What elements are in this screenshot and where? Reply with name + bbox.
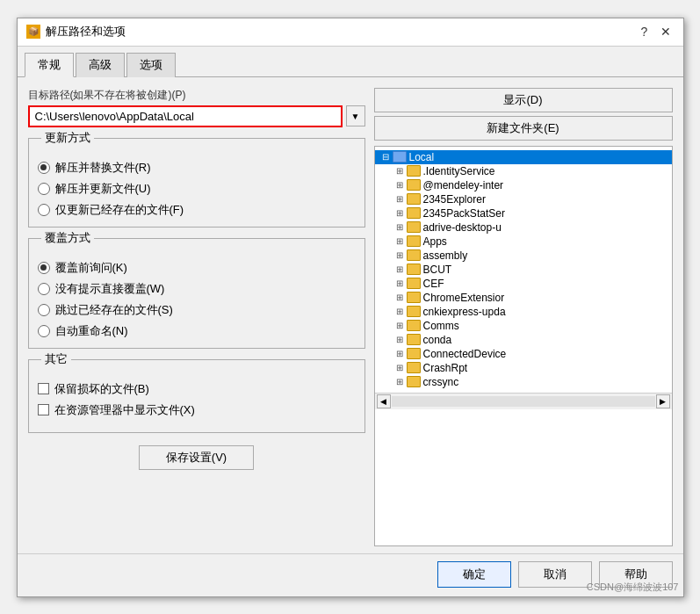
tab-advanced[interactable]: 高级 xyxy=(76,53,125,77)
tree-label-1: .IdentityService xyxy=(423,165,495,177)
radio-overwrite-2[interactable] xyxy=(38,304,50,316)
tree-row-2[interactable]: ⊞ @mendeley-inter xyxy=(375,178,672,192)
close-button[interactable]: ✕ xyxy=(657,23,675,40)
tabs-row: 常规 高级 选项 xyxy=(18,47,683,77)
misc-option-0[interactable]: 保留损坏的文件(B) xyxy=(38,381,356,397)
tree-row-12[interactable]: ⊞ Comms xyxy=(375,319,672,333)
folder-icon-3 xyxy=(407,193,421,205)
expander-12: ⊞ xyxy=(393,321,407,330)
tree-label-16: crssync xyxy=(423,376,459,388)
help-button[interactable]: ? xyxy=(636,23,653,40)
tree-row-9[interactable]: ⊞ CEF xyxy=(375,277,672,291)
overwrite-option-0[interactable]: 覆盖前询问(K) xyxy=(38,260,356,276)
hscroll-right[interactable]: ▶ xyxy=(656,394,670,408)
tab-general[interactable]: 常规 xyxy=(25,53,74,77)
tree-label-4: 2345PackStatSer xyxy=(423,207,505,220)
tree-row-5[interactable]: ⊞ adrive-desktop-u xyxy=(375,220,672,235)
title-controls: ? ✕ xyxy=(636,23,675,40)
radio-update-0[interactable] xyxy=(38,162,50,174)
path-label: 目标路径(如果不存在将被创建)(P) xyxy=(28,88,365,103)
folder-icon-12 xyxy=(407,320,421,331)
folder-icon-10 xyxy=(407,292,421,303)
overwrite-option-3[interactable]: 自动重命名(N) xyxy=(38,323,356,339)
expander-2: ⊞ xyxy=(393,180,407,190)
expander-15: ⊞ xyxy=(393,363,407,372)
radio-overwrite-3[interactable] xyxy=(38,325,50,337)
dialog-title: 解压路径和选项 xyxy=(46,24,126,40)
update-group-title: 更新方式 xyxy=(41,130,94,146)
expander-8: ⊞ xyxy=(393,264,407,274)
title-bar: 📦 解压路径和选项 ? ✕ xyxy=(18,18,683,47)
overwrite-group-title: 覆盖方式 xyxy=(41,230,94,246)
folder-icon-15 xyxy=(407,362,421,373)
radio-overwrite-0[interactable] xyxy=(38,262,50,274)
folder-icon-4 xyxy=(407,207,421,219)
expander-11: ⊞ xyxy=(393,307,407,316)
ok-button[interactable]: 确定 xyxy=(437,561,511,588)
folder-icon-14 xyxy=(407,348,421,359)
tree-label-11: cnkiexpress-upda xyxy=(423,306,506,318)
expander-0: ⊟ xyxy=(379,152,393,162)
overwrite-option-3-label: 自动重命名(N) xyxy=(55,323,128,339)
cancel-button[interactable]: 取消 xyxy=(518,561,592,588)
new-folder-button[interactable]: 新建文件夹(E) xyxy=(374,116,673,141)
checkbox-misc-0[interactable] xyxy=(38,383,49,394)
misc-option-1[interactable]: 在资源管理器中显示文件(X) xyxy=(38,402,356,418)
tab-options[interactable]: 选项 xyxy=(126,53,176,77)
tree-label-10: ChromeExtensior xyxy=(423,292,505,304)
tree-row-0[interactable]: ⊟ Local xyxy=(375,150,672,164)
update-group: 更新方式 解压并替换文件(R) 解压并更新文件(U) 仅更新已经存在的文件(F) xyxy=(28,138,365,228)
overwrite-option-2[interactable]: 跳过已经存在的文件(S) xyxy=(38,302,356,318)
tree-row-15[interactable]: ⊞ CrashRpt xyxy=(375,361,672,375)
tree-row-10[interactable]: ⊞ ChromeExtensior xyxy=(375,291,672,305)
checkbox-misc-1[interactable] xyxy=(38,404,49,415)
path-dropdown[interactable]: ▼ xyxy=(346,105,365,126)
tree-row-11[interactable]: ⊞ cnkiexpress-upda xyxy=(375,305,672,319)
folder-icon-16 xyxy=(407,376,421,387)
tree-row-4[interactable]: ⊞ 2345PackStatSer xyxy=(375,206,672,220)
tree-label-6: Apps xyxy=(423,235,447,248)
expander-4: ⊞ xyxy=(393,208,407,218)
tree-row-3[interactable]: ⊞ 2345Explorer xyxy=(375,192,672,206)
overwrite-group: 覆盖方式 覆盖前询问(K) 没有提示直接覆盖(W) 跳过已经存在的文件(S) xyxy=(28,238,365,349)
tree-label-8: BCUT xyxy=(423,264,452,276)
overwrite-option-1[interactable]: 没有提示直接覆盖(W) xyxy=(38,281,356,297)
folder-icon-11 xyxy=(407,306,421,317)
misc-option-0-label: 保留损坏的文件(B) xyxy=(54,381,149,397)
save-btn-row: 保存设置(V) xyxy=(28,440,365,470)
radio-overwrite-1[interactable] xyxy=(38,283,50,295)
app-icon: 📦 xyxy=(26,25,40,39)
tree-hscroll-row: ◀ ▶ xyxy=(375,393,672,409)
tree-row-14[interactable]: ⊞ ConnectedDevice xyxy=(375,347,672,361)
misc-option-1-label: 在资源管理器中显示文件(X) xyxy=(54,402,195,418)
folder-icon-1 xyxy=(407,165,421,177)
update-option-0[interactable]: 解压并替换文件(R) xyxy=(38,160,356,176)
tree-row-8[interactable]: ⊞ BCUT xyxy=(375,263,672,277)
hscroll-bar[interactable] xyxy=(392,396,655,407)
expander-7: ⊞ xyxy=(393,250,407,260)
right-panel: 显示(D) 新建文件夹(E) ⊟ Local ⊞ .Identi xyxy=(374,88,673,546)
left-panel: 目标路径(如果不存在将被创建)(P) ▼ 更新方式 解压并替换文件(R) xyxy=(28,88,365,546)
radio-update-2[interactable] xyxy=(38,204,50,216)
path-input[interactable] xyxy=(30,107,341,126)
tree-row-6[interactable]: ⊞ Apps xyxy=(375,235,672,249)
show-button[interactable]: 显示(D) xyxy=(374,88,673,112)
tree-row-16[interactable]: ⊞ crssync xyxy=(375,375,672,389)
misc-group: 其它 保留损坏的文件(B) 在资源管理器中显示文件(X) xyxy=(28,359,365,433)
tree-row-13[interactable]: ⊞ conda xyxy=(375,333,672,347)
save-settings-button[interactable]: 保存设置(V) xyxy=(139,445,254,470)
path-section: 目标路径(如果不存在将被创建)(P) ▼ xyxy=(28,88,365,127)
radio-update-1[interactable] xyxy=(38,183,50,195)
update-option-2[interactable]: 仅更新已经存在的文件(F) xyxy=(38,202,356,218)
tree-label-5: adrive-desktop-u xyxy=(423,221,502,234)
watermark: CSDN@海绵波波107 xyxy=(587,581,679,594)
expander-13: ⊞ xyxy=(393,335,407,344)
update-option-0-label: 解压并替换文件(R) xyxy=(55,160,151,176)
update-option-1[interactable]: 解压并更新文件(U) xyxy=(38,181,356,197)
file-tree[interactable]: ⊟ Local ⊞ .IdentityService ⊞ @mendeley-i… xyxy=(374,146,673,546)
tree-row-7[interactable]: ⊞ assembly xyxy=(375,249,672,263)
tree-row-1[interactable]: ⊞ .IdentityService xyxy=(375,164,672,178)
folder-icon-5 xyxy=(407,221,421,233)
hscroll-left[interactable]: ◀ xyxy=(377,394,391,408)
expander-5: ⊞ xyxy=(393,222,407,232)
